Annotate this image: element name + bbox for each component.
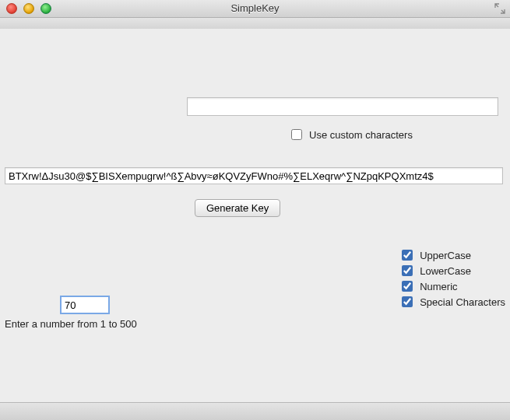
special-characters-checkbox[interactable] — [402, 296, 413, 307]
lowercase-label: LowerCase — [420, 265, 471, 277]
length-input[interactable] — [61, 296, 109, 313]
footer-strip — [0, 402, 510, 420]
lowercase-checkbox[interactable] — [402, 265, 413, 276]
numeric-checkbox[interactable] — [402, 281, 413, 292]
window-title: SimpleKey — [0, 0, 510, 17]
uppercase-checkbox[interactable] — [402, 250, 413, 261]
content-area: Use custom characters Generate Key Upper… — [0, 29, 510, 403]
option-numeric-row: Numeric — [399, 278, 505, 294]
toolbar-strip — [0, 18, 510, 30]
generate-key-button[interactable]: Generate Key — [195, 199, 280, 217]
custom-characters-input[interactable] — [187, 97, 498, 116]
fullscreen-icon[interactable] — [494, 3, 505, 14]
option-uppercase-row: UpperCase — [399, 247, 505, 263]
option-lowercase-row: LowerCase — [399, 263, 505, 278]
use-custom-characters-checkbox[interactable] — [291, 129, 302, 140]
use-custom-characters-label: Use custom characters — [309, 129, 413, 141]
custom-characters-row: Use custom characters — [288, 127, 413, 142]
special-characters-label: Special Characters — [420, 296, 505, 308]
length-hint-label: Enter a number from 1 to 500 — [5, 318, 137, 330]
option-special-row: Special Characters — [399, 294, 505, 310]
options-group: UpperCase LowerCase Numeric Special Char… — [399, 247, 505, 310]
generated-key-output[interactable] — [5, 167, 503, 184]
titlebar: SimpleKey — [0, 0, 510, 18]
numeric-label: Numeric — [420, 281, 457, 292]
uppercase-label: UpperCase — [420, 250, 471, 261]
app-window: SimpleKey Use custom characters Generate… — [0, 0, 510, 420]
